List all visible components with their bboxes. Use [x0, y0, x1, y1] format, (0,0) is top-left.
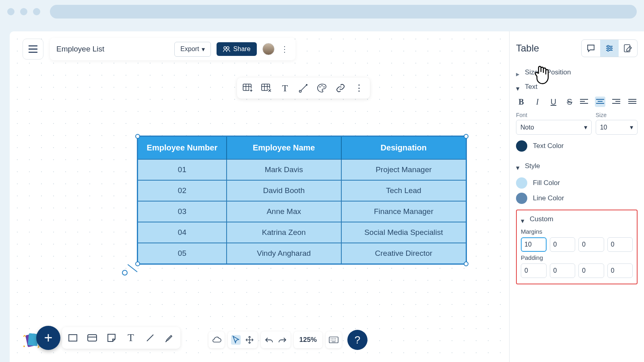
keyboard-icon[interactable] [329, 335, 339, 345]
align-justify-button[interactable] [627, 97, 638, 107]
table-cell[interactable]: Vindy Angharad [227, 243, 341, 263]
document-title[interactable]: Employee List [56, 45, 169, 53]
align-center-button[interactable] [595, 97, 605, 107]
table-cell[interactable]: Katrina Zeon [227, 222, 341, 243]
table-cell[interactable]: 04 [138, 222, 227, 243]
margin-top-input[interactable] [521, 237, 547, 252]
svg-point-6 [299, 90, 301, 93]
table-header[interactable]: Employee Name [227, 137, 341, 159]
table-row[interactable]: 04Katrina ZeonSocial Media Specialist [138, 222, 466, 243]
text-tool-icon[interactable]: T [126, 333, 136, 343]
table-row[interactable]: 03Anne MaxFinance Manager [138, 201, 466, 222]
more-menu-button[interactable]: ⋮ [280, 44, 289, 54]
insert-table-icon[interactable] [243, 83, 253, 93]
browser-dot [33, 8, 40, 15]
selected-table[interactable]: Employee Number Employee Name Designatio… [137, 136, 467, 265]
section-custom[interactable]: Custom [521, 214, 633, 226]
user-avatar[interactable] [262, 43, 275, 55]
share-button[interactable]: Share [217, 42, 257, 56]
line-color-swatch[interactable] [516, 193, 527, 204]
size-label: Size [596, 112, 638, 118]
resize-handle-bl[interactable] [135, 261, 140, 266]
section-text[interactable]: Text [516, 80, 638, 94]
resize-handle-tl[interactable] [135, 134, 140, 139]
svg-rect-14 [69, 335, 77, 341]
tab-comments[interactable] [582, 40, 600, 57]
fill-color-swatch[interactable] [516, 177, 527, 189]
export-button[interactable]: Export ▾ [174, 42, 211, 57]
table-row[interactable]: 05Vindy AngharadCreative Director [138, 243, 466, 263]
resize-handle-br[interactable] [464, 261, 469, 266]
table-cell[interactable]: Anne Max [227, 201, 341, 222]
table-header[interactable]: Employee Number [138, 137, 227, 159]
table-cell[interactable]: 05 [138, 243, 227, 263]
tab-properties[interactable] [600, 40, 619, 57]
table-cell[interactable]: Project Manager [341, 159, 466, 180]
table-delete-icon[interactable] [261, 83, 272, 93]
color-palette-icon[interactable] [317, 83, 327, 93]
card-tool-icon[interactable] [87, 333, 97, 343]
redo-icon[interactable] [278, 335, 287, 345]
table-cell[interactable]: David Booth [227, 180, 341, 201]
main-menu-button[interactable] [23, 39, 43, 60]
employee-table[interactable]: Employee Number Employee Name Designatio… [138, 137, 466, 263]
sticky-note-tool-icon[interactable] [106, 333, 117, 343]
table-header[interactable]: Designation [341, 137, 466, 159]
underline-button[interactable]: U [548, 97, 559, 107]
margin-right-input[interactable] [550, 237, 576, 252]
keyboard-group [326, 331, 342, 348]
add-shape-fab[interactable]: + [36, 326, 60, 350]
text-tool-icon[interactable]: T [280, 83, 290, 93]
browser-dot [7, 8, 14, 15]
sidebar-tabs [581, 39, 638, 57]
padding-bottom-input[interactable] [578, 263, 604, 278]
table-cell[interactable]: Creative Director [341, 243, 466, 263]
padding-right-input[interactable] [550, 263, 576, 278]
zoom-level[interactable]: 125% [294, 331, 322, 348]
help-button[interactable]: ? [347, 330, 367, 350]
table-cell[interactable]: 01 [138, 159, 227, 180]
cloud-sync-icon[interactable] [212, 335, 221, 345]
table-cell[interactable]: Mark Davis [227, 159, 341, 180]
browser-url-bar[interactable] [50, 5, 637, 19]
table-cell[interactable]: Social Media Specialist [341, 222, 466, 243]
padding-top-input[interactable] [521, 263, 547, 278]
svg-point-18 [610, 47, 612, 49]
caret-down-icon: ▾ [584, 123, 587, 131]
line-tool-icon[interactable] [145, 333, 155, 343]
canvas[interactable]: Employee List Export ▾ Share ⋮ T [10, 31, 509, 362]
rectangle-tool-icon[interactable] [68, 333, 78, 343]
table-cell[interactable]: 03 [138, 201, 227, 222]
pan-cursor-icon[interactable] [245, 335, 254, 345]
align-right-button[interactable] [611, 97, 621, 107]
rotate-handle[interactable] [122, 270, 128, 276]
section-size-position[interactable]: Size & Position [516, 65, 638, 80]
text-color-swatch[interactable] [516, 140, 527, 152]
margin-bottom-input[interactable] [578, 237, 604, 252]
table-row[interactable]: 02David BoothTech Lead [138, 180, 466, 201]
toolbar-more-icon[interactable]: ⋮ [354, 83, 364, 93]
align-left-button[interactable] [579, 97, 589, 107]
italic-button[interactable]: I [532, 97, 543, 107]
custom-section-highlight: Custom Margins Padding [516, 210, 638, 284]
highlighter-tool-icon[interactable] [164, 333, 175, 343]
padding-left-input[interactable] [607, 263, 633, 278]
bold-button[interactable]: B [516, 97, 526, 107]
select-cursor-icon[interactable] [231, 335, 241, 345]
connector-icon[interactable] [298, 83, 309, 93]
margin-left-input[interactable] [607, 237, 633, 252]
section-label: Custom [530, 215, 553, 223]
undo-icon[interactable] [264, 335, 274, 345]
resize-handle-tr[interactable] [464, 134, 469, 139]
link-icon[interactable] [335, 83, 346, 93]
table-cell[interactable]: Tech Lead [341, 180, 466, 201]
table-cell[interactable]: Finance Manager [341, 201, 466, 222]
section-style[interactable]: Style [516, 159, 638, 173]
size-select[interactable]: 10 ▾ [596, 120, 638, 135]
tab-edit[interactable] [619, 40, 637, 57]
table-row[interactable]: 01Mark DavisProject Manager [138, 159, 466, 180]
strikethrough-button[interactable]: S [564, 97, 575, 107]
font-select[interactable]: Noto ▾ [516, 120, 592, 135]
shape-tools-bar: T [62, 327, 180, 349]
table-cell[interactable]: 02 [138, 180, 227, 201]
